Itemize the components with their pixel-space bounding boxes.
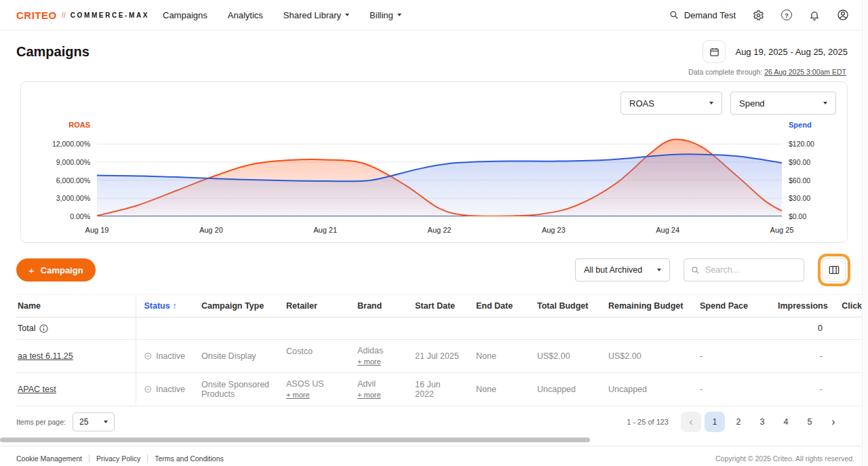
retailer-cell: Costco <box>286 347 341 356</box>
column-settings-button[interactable] <box>822 258 846 282</box>
question-mark-glyph: ? <box>781 9 792 20</box>
page-button-1[interactable]: 1 <box>705 412 725 432</box>
left-axis-tick-label: 9,000.00% <box>56 158 90 166</box>
info-icon[interactable] <box>39 324 48 333</box>
columns-icon <box>829 265 840 275</box>
account-avatar-icon[interactable] <box>837 9 849 21</box>
nav-campaigns[interactable]: Campaigns <box>163 10 208 20</box>
column-header-campaign-type[interactable]: Campaign Type <box>193 295 278 317</box>
criteo-logo[interactable]: CRITEO // COMMERCE-MAX <box>16 9 149 21</box>
brand-cell: Advil+ more <box>357 379 399 400</box>
status-label: Inactive <box>156 385 185 394</box>
help-icon[interactable]: ? <box>781 9 792 20</box>
table-total-row: Total 0 0 <box>16 317 868 340</box>
column-header-brand[interactable]: Brand <box>349 295 407 317</box>
date-range-value[interactable]: Aug 19, 2025 - Aug 25, 2025 <box>735 47 848 57</box>
page-button-5[interactable]: 5 <box>800 412 820 432</box>
data-complete-note: Data complete through: 26 Aug 2025 3:00a… <box>0 68 846 76</box>
total-budget-cell: US$2.00 <box>529 340 600 373</box>
total-label-group: Total <box>18 324 127 333</box>
page-button-4[interactable]: 4 <box>776 412 796 432</box>
chart-canvas <box>97 135 782 216</box>
brand-more-link[interactable]: + more <box>357 391 381 399</box>
page-button-2[interactable]: 2 <box>728 412 749 432</box>
column-header-remaining-budget[interactable]: Remaining Budget <box>600 295 692 317</box>
date-range-picker: Aug 19, 2025 - Aug 25, 2025 <box>703 40 848 63</box>
annotation-highlight-ring <box>818 254 850 286</box>
table-row: aa test 6.11.25 Inactive Onsite Display … <box>16 340 868 373</box>
footer-divider <box>89 454 90 463</box>
table-row: APAC test Inactive Onsite Sponsored Prod… <box>16 373 868 406</box>
start-date-cell: 16 Jun 2022 <box>407 373 468 406</box>
column-header-spend-pace[interactable]: Spend Pace <box>692 295 770 317</box>
plus-icon: + <box>28 265 35 275</box>
nav-analytics-label: Analytics <box>228 10 263 20</box>
page-button-3[interactable]: 3 <box>752 412 772 432</box>
column-header-status[interactable]: Status ↑ <box>136 295 193 317</box>
column-header-start-date[interactable]: Start Date <box>407 295 468 317</box>
spend-pace-cell: - <box>692 340 770 373</box>
nav-billing[interactable]: Billing <box>370 10 401 20</box>
campaigns-toolbar: + Campaign All but Archived <box>16 254 850 286</box>
x-axis-tick-label: Aug 24 <box>656 226 679 234</box>
calendar-button[interactable] <box>703 40 726 63</box>
items-per-page-select[interactable]: 25 <box>73 412 115 431</box>
pager: ‹ 1 2 3 4 5 › <box>681 412 844 432</box>
start-date-cell: 21 Jul 2025 <box>407 340 468 373</box>
right-axis-tick-label: $0.00 <box>789 212 806 220</box>
nav-shared-library-label: Shared Library <box>283 10 341 20</box>
new-campaign-button[interactable]: + Campaign <box>16 258 96 281</box>
spend-pace-cell: - <box>692 373 770 406</box>
copyright-text: Copyright © 2025 Criteo. All rights rese… <box>715 454 854 463</box>
nav-campaigns-label: Campaigns <box>163 10 208 20</box>
search-icon <box>669 10 679 20</box>
search-input[interactable] <box>705 265 797 275</box>
left-axis-tick-label: 0.00% <box>70 212 90 220</box>
x-axis-tick-label: Aug 20 <box>199 226 223 234</box>
column-header-end-date[interactable]: End Date <box>468 295 529 317</box>
notifications-bell-icon[interactable] <box>809 9 820 21</box>
status-filter-select[interactable]: All but Archived <box>575 258 670 281</box>
account-search-button[interactable]: Demand Test <box>669 10 736 20</box>
top-nav: CRITEO // COMMERCE-MAX Campaigns Analyti… <box>0 0 868 31</box>
chevron-down-icon <box>657 269 661 271</box>
account-name: Demand Test <box>684 10 736 20</box>
data-complete-link[interactable]: 26 Aug 2025 3:00am EDT <box>764 68 846 76</box>
privacy-policy-link[interactable]: Privacy Policy <box>96 454 140 463</box>
brand-more-link[interactable]: + more <box>357 357 381 366</box>
next-page-button[interactable]: › <box>823 412 844 432</box>
cookie-management-link[interactable]: Cookie Management <box>16 454 82 463</box>
inactive-status-icon <box>144 385 151 394</box>
settings-gear-icon[interactable] <box>753 9 764 21</box>
left-metric-select[interactable]: ROAS <box>620 92 722 115</box>
column-header-name[interactable]: Name <box>16 295 136 317</box>
left-axis-tick-label: 3,000.00% <box>56 194 90 202</box>
right-axis-tick-label: $60.00 <box>789 176 810 185</box>
nav-billing-label: Billing <box>370 10 393 20</box>
impressions-cell: - <box>770 340 831 373</box>
x-axis-tick-label: Aug 25 <box>770 226 794 234</box>
right-axis-tick-label: $120.00 <box>789 140 814 148</box>
footer-divider <box>147 454 148 463</box>
column-header-retailer[interactable]: Retailer <box>278 295 349 317</box>
criteo-wordmark: CRITEO <box>16 9 57 21</box>
retailer-more-link[interactable]: + more <box>286 391 310 399</box>
x-axis-tick-label: Aug 22 <box>428 226 452 234</box>
chevron-down-icon <box>345 14 349 16</box>
previous-page-button[interactable]: ‹ <box>681 412 701 432</box>
campaign-name-link[interactable]: APAC test <box>18 385 56 394</box>
campaign-name-link[interactable]: aa test 6.11.25 <box>18 351 73 361</box>
items-per-page-value: 25 <box>79 417 88 427</box>
total-budget-cell: Uncapped <box>529 373 600 406</box>
column-header-total-budget[interactable]: Total Budget <box>529 295 600 317</box>
nav-shared-library[interactable]: Shared Library <box>283 10 349 20</box>
nav-analytics[interactable]: Analytics <box>228 10 263 20</box>
column-header-impressions[interactable]: Impressions <box>770 295 831 317</box>
horizontal-scrollbar-thumb[interactable] <box>0 438 590 442</box>
x-axis-tick-label: Aug 21 <box>313 226 337 234</box>
right-metric-select[interactable]: Spend <box>730 92 836 115</box>
toolbar-right-group: All but Archived <box>575 254 850 286</box>
vertical-scrollbar-track[interactable] <box>862 0 868 466</box>
retailer-cell: ASOS US+ more <box>286 379 341 400</box>
terms-and-conditions-link[interactable]: Terms and Conditions <box>155 454 224 463</box>
